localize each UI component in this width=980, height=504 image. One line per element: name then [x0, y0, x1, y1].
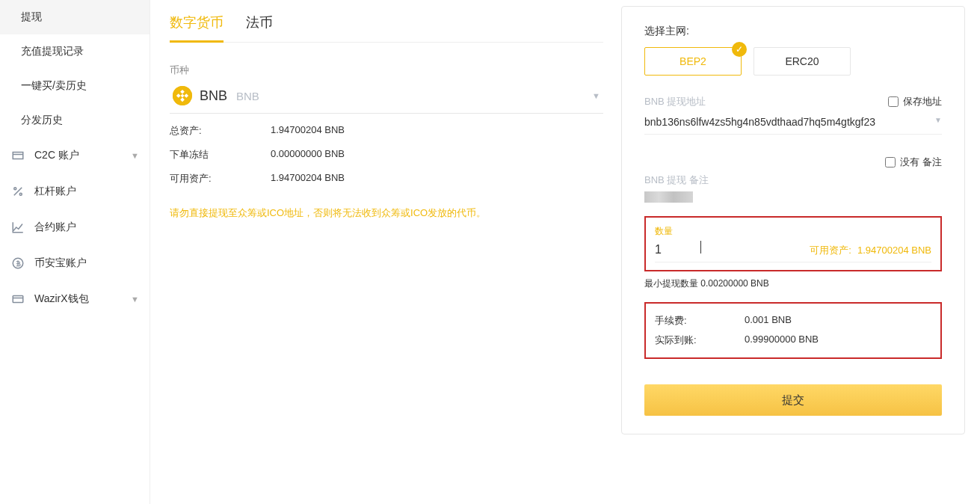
address-label: BNB 提现地址	[644, 95, 706, 108]
sidebar-item-label: 分发历史	[21, 114, 63, 127]
text-cursor	[700, 241, 701, 253]
amount-label: 数量	[655, 225, 931, 238]
total-asset-value: 1.94700204 BNB	[271, 124, 345, 138]
no-memo-checkbox[interactable]: 没有 备注	[885, 156, 942, 169]
coin-name: BNB	[236, 90, 259, 102]
tab-fiat-currency[interactable]: 法币	[246, 6, 273, 42]
network-option-erc20[interactable]: ERC20 ✓	[754, 47, 851, 76]
sidebar-item-history[interactable]: 充值提现记录	[0, 34, 150, 69]
coin-icon	[10, 256, 25, 271]
check-icon: ✓	[732, 42, 747, 57]
total-asset-label: 总资产:	[170, 124, 271, 138]
submit-button[interactable]: 提交	[644, 384, 942, 416]
currency-tabs: 数字货币 法币	[170, 6, 603, 43]
wallet-icon	[10, 148, 25, 163]
coin-symbol: BNB	[200, 88, 227, 104]
sidebar-item-label: 充值提现记录	[21, 45, 84, 58]
sidebar-section-label: WazirX钱包	[34, 292, 89, 306]
chevron-down-icon: ▼	[131, 151, 139, 160]
percent-icon	[10, 184, 25, 199]
chevron-down-icon[interactable]: ▼	[934, 116, 942, 124]
amount-highlight-box: 数量 可用资产: 1.94700204 BNB	[644, 216, 942, 271]
sidebar-section-futures[interactable]: 合约账户	[0, 209, 150, 245]
ico-warning-text: 请勿直接提现至众筹或ICO地址，否则将无法收到众筹或ICO发放的代币。	[170, 206, 603, 220]
sidebar-section-margin[interactable]: 杠杆账户	[0, 173, 150, 209]
coin-field-label: 币种	[170, 64, 603, 77]
network-option-label: ERC20	[785, 55, 819, 67]
fee-value: 0.001 BNB	[745, 314, 792, 328]
sidebar-item-label: 一键买/卖历史	[21, 79, 87, 93]
available-asset-value: 1.94700204 BNB	[271, 172, 345, 185]
sidebar-section-label: 合约账户	[34, 221, 76, 234]
network-option-label: BEP2	[679, 55, 706, 67]
fee-label: 手续费:	[655, 314, 745, 328]
sidebar-item-buysell-history[interactable]: 一键买/卖历史	[0, 69, 150, 103]
sidebar-section-c2c[interactable]: C2C 账户 ▼	[0, 138, 150, 173]
sidebar-section-label: C2C 账户	[34, 149, 79, 162]
fee-highlight-box: 手续费:0.001 BNB 实际到账:0.99900000 BNB	[644, 302, 942, 359]
min-withdraw-note: 最小提现数量 0.00200000 BNB	[644, 277, 942, 290]
frozen-asset-value: 0.00000000 BNB	[271, 148, 345, 162]
sidebar: 提现 充值提现记录 一键买/卖历史 分发历史 C2C 账户 ▼ 杠杆账户 合约账…	[0, 0, 150, 504]
no-memo-label: 没有 备注	[900, 156, 942, 169]
sidebar-item-distribution-history[interactable]: 分发历史	[0, 103, 150, 138]
receive-value: 0.99900000 BNB	[745, 334, 819, 347]
network-label: 选择主网:	[644, 25, 942, 38]
sidebar-section-wazirx[interactable]: WazirX钱包 ▼	[0, 281, 150, 317]
no-memo-input[interactable]	[885, 157, 896, 168]
network-option-bep2[interactable]: BEP2 ✓	[644, 47, 742, 76]
sidebar-section-earn[interactable]: 币安宝账户	[0, 245, 150, 281]
withdraw-address-input[interactable]	[644, 111, 942, 135]
frozen-asset-label: 下单冻结	[170, 148, 271, 162]
memo-label: BNB 提现 备注	[644, 173, 942, 187]
coin-selector[interactable]: BNB BNB ▼	[170, 77, 603, 114]
sidebar-item-label: 提现	[21, 10, 42, 24]
tab-digital-currency[interactable]: 数字货币	[170, 6, 224, 43]
available-value: 1.94700204 BNB	[857, 245, 931, 256]
sidebar-section-label: 币安宝账户	[34, 256, 87, 270]
chevron-down-icon: ▼	[131, 295, 139, 304]
amount-input[interactable]	[655, 243, 700, 256]
memo-value-blurred	[644, 191, 693, 203]
save-address-checkbox[interactable]: 保存地址	[888, 95, 942, 108]
bnb-logo-icon	[173, 86, 192, 105]
available-asset-label: 可用资产:	[170, 172, 271, 185]
receive-label: 实际到账:	[655, 334, 745, 347]
card-icon	[10, 292, 25, 307]
save-address-label: 保存地址	[903, 95, 942, 108]
available-label: 可用资产:	[810, 244, 851, 257]
sidebar-item-withdraw[interactable]: 提现	[0, 0, 150, 34]
main-content: 数字货币 法币 币种 BNB BNB ▼ 总资产:1.94700204 BNB …	[150, 0, 980, 504]
chart-icon	[10, 220, 25, 235]
save-address-input[interactable]	[888, 96, 899, 107]
chevron-down-icon: ▼	[592, 91, 600, 100]
withdraw-panel: 选择主网: BEP2 ✓ ERC20 ✓ BNB 提现地址 保存地址	[621, 6, 965, 434]
sidebar-section-label: 杠杆账户	[34, 185, 76, 198]
svg-rect-1	[13, 296, 23, 303]
